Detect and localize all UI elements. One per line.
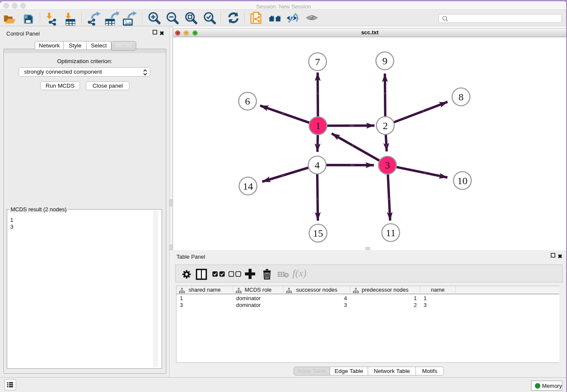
svg-text:2: 2 [383,120,388,131]
svg-text:8: 8 [459,91,464,102]
svg-text:1: 1 [316,120,321,131]
svg-text:10: 10 [457,175,468,186]
svg-text:14: 14 [243,181,253,192]
svg-text:11: 11 [386,227,396,238]
svg-text:3: 3 [385,160,390,171]
svg-text:7: 7 [315,56,320,67]
svg-text:9: 9 [382,55,387,66]
svg-text:6: 6 [245,96,250,107]
svg-text:4: 4 [315,160,320,171]
svg-text:15: 15 [313,228,323,239]
